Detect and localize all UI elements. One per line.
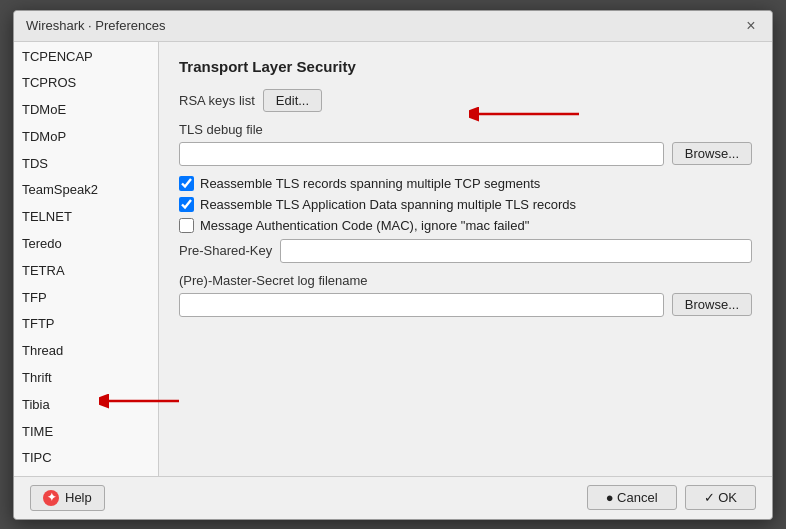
mac-checkbox[interactable] (179, 218, 194, 233)
sidebar-item-tibia[interactable]: Tibia (14, 392, 158, 419)
mac-label: Message Authentication Code (MAC), ignor… (200, 218, 529, 233)
sidebar-item-telnet[interactable]: TELNET (14, 204, 158, 231)
tls-debug-label: TLS debug file (179, 122, 752, 137)
reassemble-tcp-label: Reassemble TLS records spanning multiple… (200, 176, 540, 191)
reassemble-tls-label: Reassemble TLS Application Data spanning… (200, 197, 576, 212)
help-button[interactable]: ✦ Help (30, 485, 105, 511)
pre-master-input[interactable] (179, 293, 664, 317)
pre-shared-key-row: Pre-Shared-Key (179, 239, 752, 263)
title-bar: Wireshark · Preferences × (14, 11, 772, 42)
browse-button-1[interactable]: Browse... (672, 142, 752, 165)
help-icon: ✦ (43, 490, 59, 506)
content-area: TCPENCAPTCPROSTDMoETDMoPTDSTeamSpeak2TEL… (14, 42, 772, 476)
close-button[interactable]: × (742, 17, 760, 35)
rsa-keys-row: RSA keys list Edit... (179, 89, 752, 112)
protocol-sidebar: TCPENCAPTCPROSTDMoETDMoPTDSTeamSpeak2TEL… (14, 42, 159, 476)
checkbox-row-2: Reassemble TLS Application Data spanning… (179, 197, 752, 212)
main-panel: Transport Layer Security RSA keys list E… (159, 42, 772, 476)
section-title: Transport Layer Security (179, 58, 752, 75)
sidebar-item-tdmop[interactable]: TDMoP (14, 124, 158, 151)
browse-button-2[interactable]: Browse... (672, 293, 752, 316)
reassemble-tcp-checkbox[interactable] (179, 176, 194, 191)
tls-debug-input[interactable] (179, 142, 664, 166)
sidebar-item-tcpencap[interactable]: TCPENCAP (14, 44, 158, 71)
sidebar-item-tdmoe[interactable]: TDMoE (14, 97, 158, 124)
pre-master-row: Browse... (179, 293, 752, 317)
sidebar-item-tftp[interactable]: TFTP (14, 311, 158, 338)
sidebar-item-thrift[interactable]: Thrift (14, 365, 158, 392)
pre-shared-key-input[interactable] (280, 239, 752, 263)
cancel-button[interactable]: ● Cancel (587, 485, 677, 510)
sidebar-item-tetra[interactable]: TETRA (14, 258, 158, 285)
edit-button[interactable]: Edit... (263, 89, 322, 112)
sidebar-item-thread[interactable]: Thread (14, 338, 158, 365)
rsa-keys-label: RSA keys list (179, 93, 255, 108)
preferences-dialog: Wireshark · Preferences × TCPENCAPTCPROS… (13, 10, 773, 520)
pre-master-label: (Pre)-Master-Secret log filename (179, 273, 752, 288)
sidebar-item-teredo[interactable]: Teredo (14, 231, 158, 258)
sidebar-item-tcpros[interactable]: TCPROS (14, 70, 158, 97)
tls-debug-row: Browse... (179, 142, 752, 166)
footer-actions: ● Cancel ✓ OK (587, 485, 756, 510)
pre-shared-key-label: Pre-Shared-Key (179, 243, 272, 258)
sidebar-item-teamspeak2[interactable]: TeamSpeak2 (14, 177, 158, 204)
help-label: Help (65, 490, 92, 505)
sidebar-item-tds[interactable]: TDS (14, 151, 158, 178)
sidebar-item-tipc[interactable]: TIPC (14, 445, 158, 472)
ok-button[interactable]: ✓ OK (685, 485, 756, 510)
sidebar-item-tfp[interactable]: TFP (14, 285, 158, 312)
sidebar-item-time[interactable]: TIME (14, 419, 158, 446)
footer: ✦ Help ● Cancel ✓ OK (14, 476, 772, 519)
window-title: Wireshark · Preferences (26, 18, 165, 33)
checkbox-row-1: Reassemble TLS records spanning multiple… (179, 176, 752, 191)
reassemble-tls-checkbox[interactable] (179, 197, 194, 212)
checkbox-row-3: Message Authentication Code (MAC), ignor… (179, 218, 752, 233)
